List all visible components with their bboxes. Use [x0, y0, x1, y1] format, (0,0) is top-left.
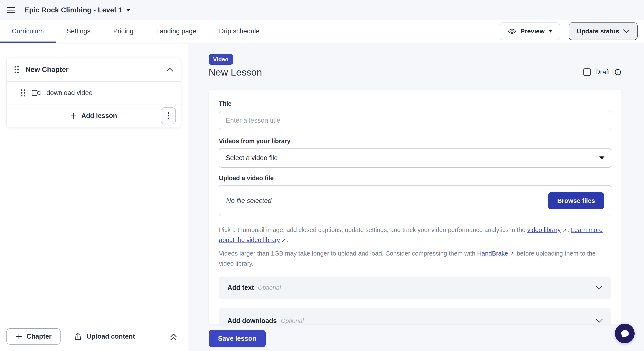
tab-list: Curriculum Settings Pricing Landing page…	[0, 20, 282, 42]
handbrake-link[interactable]: HandBrake	[477, 250, 508, 257]
lesson-title: download video	[46, 89, 92, 97]
video-library-select-value: Select a video file	[226, 154, 278, 162]
tab-drip-schedule[interactable]: Drip schedule	[219, 28, 260, 35]
add-chapter-label: Chapter	[26, 332, 52, 340]
library-field-label: Videos from your library	[219, 138, 611, 145]
page-title: New Lesson	[208, 67, 262, 78]
hamburger-icon	[7, 7, 15, 13]
external-link-icon: ↗	[562, 225, 566, 235]
curriculum-sidebar: New Chapter	[0, 44, 188, 351]
add-downloads-label: Add downloads	[228, 317, 277, 324]
double-chevron-up-icon	[169, 332, 178, 341]
optional-label: Optional	[258, 284, 281, 291]
caret-down-icon	[548, 30, 552, 32]
video-upload-dropzone[interactable]: No file selected Browse files	[219, 185, 611, 216]
tab-pricing[interactable]: Pricing	[113, 28, 134, 35]
course-title: Epic Rock Climbing - Level 1	[24, 6, 122, 14]
caret-down-icon	[126, 9, 130, 11]
kebab-menu-icon	[167, 112, 170, 120]
optional-label: Optional	[281, 318, 304, 324]
lesson-editor: Video New Lesson Draft Title Videos f	[189, 44, 644, 351]
course-builder-screen: Epic Rock Climbing - Level 1 Curriculum …	[0, 0, 644, 351]
add-text-section[interactable]: Add text Optional	[219, 276, 611, 299]
drag-handle-icon[interactable]	[20, 89, 26, 97]
draft-label: Draft	[595, 68, 610, 76]
chapter-header[interactable]: New Chapter	[7, 58, 180, 81]
help-text-segment: .	[287, 236, 288, 243]
chevron-down-icon	[596, 319, 603, 323]
upload-content-label: Upload content	[87, 332, 135, 340]
title-field-label: Title	[219, 100, 611, 107]
lesson-type-badge: Video	[208, 54, 233, 65]
eye-icon	[508, 27, 516, 36]
tab-curriculum[interactable]: Curriculum	[12, 28, 44, 35]
video-camera-icon	[32, 89, 41, 96]
course-switcher[interactable]: Epic Rock Climbing - Level 1	[24, 6, 130, 14]
save-lesson-button[interactable]: Save lesson	[208, 330, 266, 347]
upload-field-label: Upload a video file	[219, 175, 611, 182]
upload-empty-text: No file selected	[226, 197, 272, 204]
help-text-segment: Pick a thumbnail image, add closed capti…	[219, 226, 527, 233]
tab-settings[interactable]: Settings	[66, 28, 90, 35]
lesson-form-card: Title Videos from your library Select a …	[208, 90, 622, 324]
upload-icon	[74, 332, 82, 341]
chat-widget-button[interactable]	[615, 324, 634, 343]
update-status-button[interactable]: Update status	[569, 22, 638, 40]
drag-handle-icon[interactable]	[14, 66, 20, 74]
chevron-down-icon	[623, 29, 630, 33]
upload-content-button[interactable]: Upload content	[74, 332, 135, 341]
external-link-icon: ↗	[281, 235, 286, 245]
update-status-label: Update status	[577, 28, 619, 35]
add-downloads-section[interactable]: Add downloads Optional	[219, 308, 611, 324]
tabbar: Curriculum Settings Pricing Landing page…	[0, 20, 644, 43]
add-chapter-button[interactable]: Chapter	[6, 328, 60, 344]
chat-bubble-icon	[620, 328, 630, 339]
add-lesson-label: Add lesson	[81, 112, 117, 120]
add-text-label: Add text	[228, 284, 254, 292]
video-library-help-text: Pick a thumbnail image, add closed capti…	[219, 225, 611, 245]
preview-button[interactable]: Preview	[500, 22, 560, 40]
caret-down-icon	[599, 156, 604, 160]
plus-icon	[70, 112, 77, 119]
draft-toggle-group: Draft	[583, 66, 622, 78]
lesson-heading-group: Video New Lesson	[208, 54, 262, 78]
info-icon[interactable]	[614, 68, 622, 76]
sidebar-footer: Chapter Upload content	[6, 328, 182, 344]
external-link-icon: ↗	[510, 249, 514, 258]
file-size-help-text: Videos larger than 1GB may take longer t…	[219, 248, 611, 268]
chapter-options-button[interactable]	[161, 108, 176, 124]
help-text-segment: Videos larger than 1GB may take longer t…	[219, 250, 477, 257]
lesson-row[interactable]: download video	[7, 81, 180, 104]
hamburger-menu-button[interactable]	[7, 7, 15, 13]
collapse-all-button[interactable]	[169, 332, 178, 341]
chevron-down-icon	[596, 286, 603, 290]
help-text-segment: .	[568, 226, 571, 233]
lesson-title-input[interactable]	[219, 111, 611, 130]
plus-icon	[16, 333, 22, 340]
chapter-card: New Chapter	[6, 58, 181, 127]
preview-label: Preview	[520, 28, 544, 35]
topbar: Epic Rock Climbing - Level 1	[0, 0, 644, 20]
tabbar-actions: Preview Update status	[500, 20, 638, 42]
collapse-chapter-button[interactable]	[166, 68, 173, 72]
lesson-header: Video New Lesson Draft	[208, 54, 622, 78]
chapter-title: New Chapter	[26, 66, 69, 74]
add-lesson-button[interactable]: Add lesson	[70, 112, 117, 120]
draft-checkbox[interactable]	[583, 68, 591, 76]
browse-files-button[interactable]: Browse files	[548, 192, 604, 209]
video-library-select[interactable]: Select a video file	[219, 148, 611, 168]
tab-landing-page[interactable]: Landing page	[156, 28, 196, 35]
chapter-footer: Add lesson	[7, 104, 180, 127]
video-library-link[interactable]: video library	[527, 226, 560, 233]
active-tab-underline	[0, 42, 56, 43]
chevron-up-icon	[166, 68, 173, 72]
